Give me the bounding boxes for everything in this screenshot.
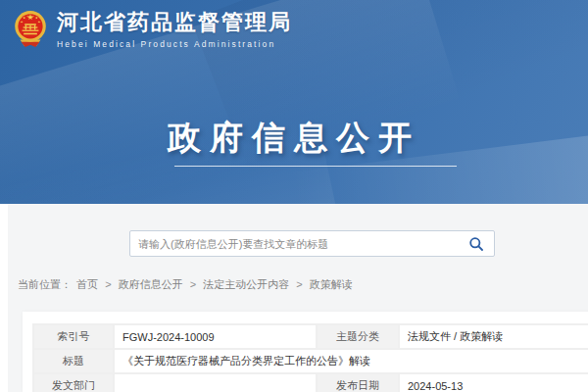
breadcrumb-item-home[interactable]: 首页 <box>76 278 98 290</box>
publish-date-label: 发布日期 <box>317 373 399 392</box>
breadcrumb-separator: > <box>296 278 302 290</box>
table-row: 发文部门 发布日期 2024-05-13 <box>33 373 588 392</box>
search-input[interactable] <box>130 238 459 250</box>
banner-title: 政府信息公开 <box>0 116 588 161</box>
search-icon <box>468 236 484 252</box>
table-row: 索引号 FGWJ-2024-10009 主题分类 法规文件 / 政策解读 <box>33 324 588 349</box>
breadcrumb: 当前位置： 首页 > 政府信息公开 > 法定主动公开内容 > 政策解读 <box>18 277 355 292</box>
national-emblem-icon <box>14 10 47 49</box>
title-label: 标题 <box>33 349 114 373</box>
breadcrumb-separator: > <box>105 278 111 290</box>
page-body: 当前位置： 首页 > 政府信息公开 > 法定主动公开内容 > 政策解读 索引号 … <box>8 204 588 392</box>
breadcrumb-item-gov-info[interactable]: 政府信息公开 <box>119 278 183 290</box>
breadcrumb-item-policy-interpretation[interactable]: 政策解读 <box>310 278 353 290</box>
topic-category-value: 法规文件 / 政策解读 <box>399 324 588 349</box>
breadcrumb-item-statutory-disclosure[interactable]: 法定主动公开内容 <box>203 278 289 290</box>
breadcrumb-separator: > <box>190 278 196 290</box>
breadcrumb-prefix: 当前位置： <box>18 278 72 290</box>
app-window: 河北省药品监督管理局 Hebei Medical Products Admini… <box>0 0 588 392</box>
title-value: 《关于规范医疗器械产品分类界定工作的公告》解读 <box>114 349 588 373</box>
site-logo-link[interactable]: 河北省药品监督管理局 Hebei Medical Products Admini… <box>14 10 292 49</box>
org-name-en: Hebei Medical Products Administration <box>57 39 292 49</box>
issuing-dept-value <box>114 373 317 392</box>
search-box <box>129 230 495 257</box>
document-card: 索引号 FGWJ-2024-10009 主题分类 法规文件 / 政策解读 标题 … <box>23 312 588 392</box>
doc-info-table: 索引号 FGWJ-2024-10009 主题分类 法规文件 / 政策解读 标题 … <box>32 323 588 392</box>
issuing-dept-label: 发文部门 <box>33 373 114 392</box>
site-header: 河北省药品监督管理局 Hebei Medical Products Admini… <box>0 0 588 204</box>
index-number-label: 索引号 <box>33 324 114 349</box>
banner-underline <box>174 166 457 167</box>
search-button[interactable] <box>459 231 494 256</box>
publish-date-value: 2024-05-13 <box>399 373 588 392</box>
index-number-value: FGWJ-2024-10009 <box>114 324 317 349</box>
table-row: 标题 《关于规范医疗器械产品分类界定工作的公告》解读 <box>33 349 588 373</box>
topic-category-label: 主题分类 <box>317 324 399 349</box>
org-name-cn: 河北省药品监督管理局 <box>57 10 292 35</box>
